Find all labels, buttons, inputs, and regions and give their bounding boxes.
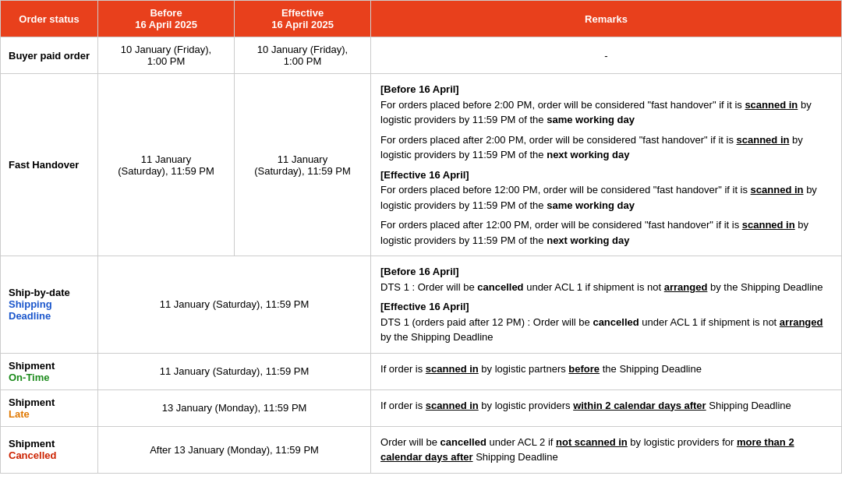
remarks-buyer-paid: - — [371, 37, 842, 74]
header-order-status: Order status — [1, 1, 98, 37]
table-row: Shipment Cancelled After 13 January (Mon… — [1, 426, 842, 473]
date-ship-by-date: 11 January (Saturday), 11:59 PM — [98, 256, 371, 354]
order-status-buyer-paid: Buyer paid order — [1, 37, 98, 74]
table-row: Shipment On-Time 11 January (Saturday), … — [1, 353, 842, 389]
date-shipment-ontime: 11 January (Saturday), 11:59 PM — [98, 353, 371, 389]
before-buyer-paid: 10 January (Friday),1:00 PM — [98, 37, 235, 74]
main-table: Order status Before16 April 2025 Effecti… — [0, 0, 842, 474]
table-row: Shipment Late 13 January (Monday), 11:59… — [1, 389, 842, 426]
table-row: Buyer paid order 10 January (Friday),1:0… — [1, 37, 842, 74]
order-status-shipment-ontime: Shipment On-Time — [1, 353, 98, 389]
order-status-ship-by-date: Ship-by-date ShippingDeadline — [1, 256, 98, 354]
date-shipment-late: 13 January (Monday), 11:59 PM — [98, 389, 371, 426]
remarks-shipment-cancelled: Order will be cancelled under ACL 2 if n… — [371, 426, 842, 473]
effective-fast-handover: 11 January(Saturday), 11:59 PM — [235, 74, 371, 256]
remarks-shipment-late: If order is scanned in by logistic provi… — [371, 389, 842, 426]
date-shipment-cancelled: After 13 January (Monday), 11:59 PM — [98, 426, 371, 473]
remarks-ship-by-date: [Before 16 April] DTS 1 : Order will be … — [371, 256, 842, 354]
order-status-shipment-cancelled: Shipment Cancelled — [1, 426, 98, 473]
table-row: Fast Handover 11 January(Saturday), 11:5… — [1, 74, 842, 256]
before-fast-handover: 11 January(Saturday), 11:59 PM — [98, 74, 235, 256]
header-effective: Effective16 April 2025 — [235, 1, 371, 37]
remarks-fast-handover: [Before 16 April] For orders placed befo… — [371, 74, 842, 256]
header-before: Before16 April 2025 — [98, 1, 235, 37]
remarks-shipment-ontime: If order is scanned in by logistic partn… — [371, 353, 842, 389]
order-status-fast-handover: Fast Handover — [1, 74, 98, 256]
table-row: Ship-by-date ShippingDeadline 11 January… — [1, 256, 842, 354]
header-remarks: Remarks — [371, 1, 842, 37]
effective-buyer-paid: 10 January (Friday),1:00 PM — [235, 37, 371, 74]
order-status-shipment-late: Shipment Late — [1, 389, 98, 426]
